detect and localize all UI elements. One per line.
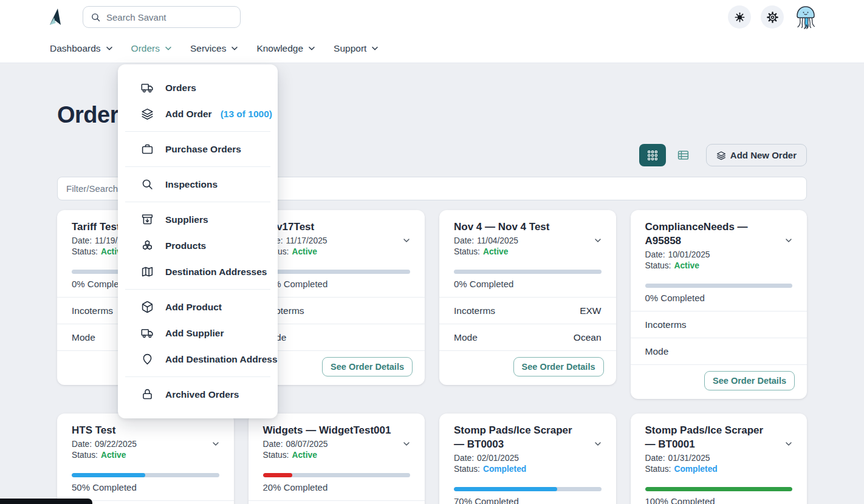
order-status: Status:Completed: [454, 465, 602, 474]
mode-label: Mode: [645, 346, 669, 357]
order-date: Date:08/07/2025: [263, 440, 411, 449]
layers-icon: [141, 107, 154, 120]
order-progress: 70% Completed: [439, 487, 616, 504]
list-view-button[interactable]: [674, 146, 693, 165]
progress-track: [72, 473, 219, 477]
nav-item-dashboards[interactable]: Dashboards: [50, 43, 113, 54]
incoterms-label: Incoterms: [645, 319, 687, 330]
cube-icon: [141, 301, 154, 313]
user-avatar-jellyfish[interactable]: [794, 3, 818, 31]
see-order-details-button[interactable]: See Order Details: [322, 357, 413, 376]
theme-toggle-button[interactable]: [728, 5, 751, 29]
pin-icon: [141, 353, 154, 366]
briefcase-icon: [141, 143, 154, 155]
order-date: Date:02/01/2025: [454, 454, 602, 463]
chevron-down-icon: [165, 46, 172, 51]
card-expand-button[interactable]: [400, 438, 413, 452]
progress-label: 10% Completed: [263, 279, 411, 297]
grid-view-button[interactable]: [639, 144, 666, 166]
menu-item-suppliers[interactable]: Suppliers: [118, 206, 278, 233]
nav-item-label: Support: [334, 43, 366, 54]
order-card-header: Stomp Pads/Ice Scraper — BT0003 Date:02/…: [439, 414, 616, 474]
menu-item-archived-orders[interactable]: Archived Orders: [118, 381, 278, 407]
search-icon: [91, 12, 101, 22]
mode-row: Mode Ocean: [439, 324, 616, 350]
progress-label: 0% Completed: [454, 279, 602, 297]
order-status: Status:Active: [263, 451, 411, 460]
topbar: [0, 0, 864, 34]
progress-track: [645, 487, 793, 491]
menu-item-add-supplier[interactable]: Add Supplier: [118, 320, 278, 346]
order-date: Date:11/17/2025: [263, 236, 411, 245]
menu-item-add-order[interactable]: Add Order(13 of 1000): [118, 101, 278, 127]
status-badge: Active: [674, 261, 699, 270]
order-card: Stomp Pads/Ice Scraper — BT0001 Date:01/…: [631, 414, 807, 504]
menu-item-products[interactable]: Products: [118, 233, 278, 259]
chevron-down-icon: [593, 236, 603, 245]
menu-divider: [125, 289, 270, 290]
status-badge: Active: [292, 247, 317, 256]
nav-item-orders[interactable]: Orders: [131, 43, 172, 54]
card-expand-button[interactable]: [592, 438, 604, 452]
chevron-down-icon: [402, 236, 411, 245]
incoterms-row: Incoterms: [631, 311, 807, 338]
menu-item-add-destination-address[interactable]: Add Destination Address: [118, 346, 278, 372]
see-order-details-button[interactable]: See Order Details: [704, 371, 795, 390]
layers-icon: [716, 151, 726, 160]
lock-icon: [141, 388, 154, 401]
savant-logo-icon[interactable]: [47, 7, 64, 27]
menu-item-add-product[interactable]: Add Product: [118, 294, 278, 320]
card-expand-button[interactable]: [783, 234, 795, 248]
order-card-title: HTS Test: [72, 423, 219, 437]
sun-icon: [733, 11, 746, 24]
order-progress: 0% Completed: [439, 270, 616, 297]
status-badge: Active: [101, 451, 126, 460]
order-card-header: Nov 4 — Nov 4 Test Date:11/04/2025 Statu…: [439, 210, 616, 256]
card-expand-button[interactable]: [783, 438, 795, 452]
order-progress: 100% Completed: [631, 487, 807, 504]
card-expand-button[interactable]: [592, 234, 604, 248]
nav-item-support[interactable]: Support: [334, 43, 379, 54]
order-card: Stomp Pads/Ice Scraper — BT0003 Date:02/…: [439, 414, 616, 504]
mode-value: Ocean: [574, 332, 602, 343]
progress-track: [645, 284, 793, 288]
orders-dropdown-menu: OrdersAdd Order(13 of 1000)Purchase Orde…: [118, 64, 278, 418]
progress-label: 0% Completed: [645, 293, 793, 311]
order-card-header: Stomp Pads/Ice Scraper — BT0001 Date:01/…: [631, 414, 807, 474]
order-date: Date:09/22/2025: [72, 440, 219, 449]
order-status: Status:Active: [263, 247, 411, 256]
order-status: Status:Active: [72, 451, 219, 460]
incoterms-row: Incoterms EXW: [439, 297, 616, 324]
search-input[interactable]: [106, 12, 233, 22]
order-card-title: Stomp Pads/Ice Scraper — BT0001: [645, 423, 793, 451]
topbar-actions: [728, 3, 818, 31]
menu-item-destination-addresses[interactable]: Destination Addresses: [118, 259, 278, 285]
menu-item-orders[interactable]: Orders: [118, 75, 278, 101]
order-card-footer: See Order Details: [631, 364, 807, 399]
chevron-down-icon: [371, 46, 379, 51]
menu-item-purchase-orders[interactable]: Purchase Orders: [118, 136, 278, 162]
nav-item-knowledge[interactable]: Knowledge: [256, 43, 315, 54]
settings-button[interactable]: [761, 5, 784, 29]
order-card-header: Widgets — WidgetTest001 Date:08/07/2025 …: [249, 414, 425, 460]
card-expand-button[interactable]: [210, 438, 222, 452]
status-badge: Completed: [483, 465, 526, 474]
add-new-order-button[interactable]: Add New Order: [706, 144, 807, 166]
menu-item-inspections[interactable]: Inspections: [118, 171, 278, 197]
progress-fill: [645, 487, 793, 491]
nav-item-label: Knowledge: [256, 43, 303, 54]
status-badge: Completed: [674, 465, 717, 474]
progress-fill: [454, 487, 557, 491]
progress-track: [454, 270, 602, 274]
global-search: [83, 6, 241, 28]
card-expand-button[interactable]: [400, 234, 413, 248]
nav-item-services[interactable]: Services: [190, 43, 238, 54]
order-status: Status:Completed: [645, 465, 793, 474]
chevron-down-icon: [106, 46, 113, 51]
grid-dots-icon: [646, 149, 659, 162]
order-status: Status:Active: [645, 261, 793, 270]
progress-label: 100% Completed: [645, 496, 793, 504]
see-order-details-button[interactable]: See Order Details: [513, 357, 604, 376]
order-card-title: Nov 4 — Nov 4 Test: [454, 220, 602, 234]
order-card-title: Stomp Pads/Ice Scraper — BT0003: [454, 423, 602, 451]
